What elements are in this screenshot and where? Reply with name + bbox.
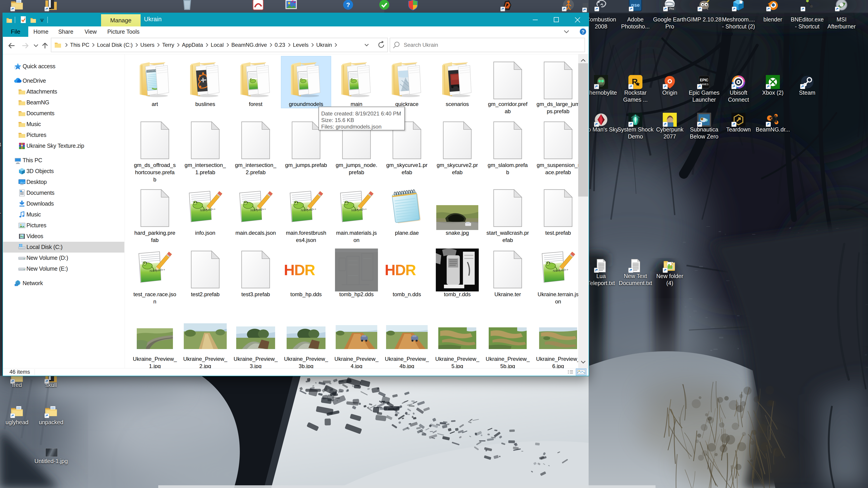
svg-text:?: ? <box>581 29 584 35</box>
svg-text:EPIC: EPIC <box>700 78 708 82</box>
svg-text:Pro: Pro <box>669 7 674 10</box>
svg-text:HDR: HDR <box>385 262 416 278</box>
svg-text:?: ? <box>346 1 350 8</box>
svg-text:HDR: HDR <box>284 262 315 278</box>
